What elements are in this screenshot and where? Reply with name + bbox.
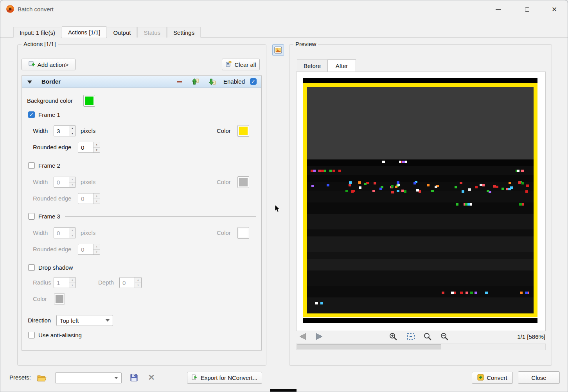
frame2-color-fill — [239, 178, 248, 186]
drop-shadow-checkbox[interactable] — [28, 264, 35, 271]
frame2-label: Frame 2 — [38, 162, 60, 169]
add-action-button[interactable]: Add action> — [22, 59, 75, 70]
frame1-color-swatch[interactable] — [237, 125, 249, 137]
tab-input[interactable]: Input: 1 file(s) — [13, 27, 61, 38]
preview-image-content — [307, 87, 534, 313]
frame2-color-swatch[interactable] — [237, 176, 249, 188]
frame3-checkbox[interactable] — [28, 213, 35, 220]
toggle-preview-button[interactable] — [272, 44, 284, 56]
spin-down-icon[interactable]: ▼ — [69, 283, 75, 288]
tab-before[interactable]: Before — [297, 59, 327, 72]
spin-up-icon[interactable]: ▲ — [69, 177, 75, 183]
shadow-color-swatch[interactable] — [54, 294, 65, 304]
scrollbar-thumb[interactable] — [297, 344, 441, 349]
direction-combobox[interactable]: Top left — [56, 315, 113, 326]
tab-output[interactable]: Output — [107, 27, 137, 38]
tab-settings[interactable]: Settings — [167, 27, 201, 38]
frame3-color-fill — [239, 229, 248, 237]
clear-all-button[interactable]: Clear all — [222, 59, 260, 70]
radius-input[interactable] — [54, 277, 69, 288]
close-button[interactable]: ✕ — [548, 4, 561, 15]
export-nconvert-button[interactable]: Export for NConvert... — [187, 372, 262, 384]
delete-preset-icon[interactable]: ✕ — [147, 373, 156, 382]
frame1-width-input[interactable] — [54, 126, 69, 136]
frame3-rounded-input[interactable] — [78, 244, 93, 254]
close-dialog-button[interactable]: Close — [518, 371, 560, 384]
tab-actions[interactable]: Actions [1/1] — [62, 26, 107, 38]
spin-down-icon[interactable]: ▼ — [135, 283, 141, 288]
frame1-checkbox[interactable]: ✓ — [28, 111, 35, 118]
tab-status[interactable]: Status — [137, 27, 167, 38]
spin-up-icon[interactable]: ▲ — [93, 142, 100, 148]
spin-down-icon[interactable]: ▼ — [93, 148, 100, 153]
tab-output-label: Output — [113, 29, 131, 36]
taskbar-peek-strip — [270, 389, 297, 392]
zoom-actual-size-icon[interactable] — [423, 332, 432, 341]
move-down-icon[interactable] — [209, 78, 216, 86]
preview-group-title: Preview — [293, 41, 318, 47]
maximize-button[interactable] — [521, 4, 533, 15]
spin-down-icon[interactable]: ▼ — [69, 183, 75, 188]
background-color-swatch[interactable] — [83, 95, 95, 107]
collapse-arrow-icon[interactable] — [27, 81, 32, 84]
frame2-pixels-label: pixels — [81, 179, 95, 185]
frame3-rounded-spinner[interactable]: ▲▼ — [78, 244, 100, 255]
frame2-separator — [65, 166, 256, 166]
add-action-label: Add action> — [38, 61, 69, 68]
save-preset-icon[interactable] — [129, 373, 138, 382]
next-image-icon[interactable] — [315, 331, 325, 342]
frame1-rounded-spinner[interactable]: ▲▼ — [78, 142, 100, 153]
clear-all-icon — [225, 61, 232, 68]
preview-canvas — [296, 72, 546, 331]
preview-horizontal-scrollbar[interactable] — [296, 344, 546, 350]
spin-up-icon[interactable]: ▲ — [69, 228, 75, 233]
enabled-checkbox[interactable]: ✓ — [250, 78, 257, 85]
frame2-checkbox[interactable] — [28, 162, 35, 169]
spin-up-icon[interactable]: ▲ — [135, 277, 141, 283]
radius-spinner[interactable]: ▲▼ — [54, 277, 76, 288]
frame3-width-input[interactable] — [54, 228, 69, 238]
minimize-button[interactable] — [492, 4, 504, 15]
spin-down-icon[interactable]: ▼ — [69, 131, 75, 136]
frame2-width-input[interactable] — [54, 177, 69, 187]
add-action-icon — [29, 61, 35, 68]
background-color-label: Background color — [27, 97, 73, 104]
border-action-header: Border Enabled ✓ — [22, 76, 261, 88]
spin-up-icon[interactable]: ▲ — [69, 126, 75, 131]
frame3-pixels-label: pixels — [81, 229, 95, 236]
frame2-width-spinner[interactable]: ▲▼ — [54, 177, 76, 188]
zoom-in-icon[interactable] — [389, 332, 397, 341]
spin-up-icon[interactable]: ▲ — [69, 277, 75, 283]
previous-image-icon[interactable] — [297, 331, 307, 342]
convert-button[interactable]: Convert — [472, 372, 513, 384]
zoom-out-icon[interactable] — [440, 332, 449, 341]
drop-shadow-label: Drop shadow — [38, 264, 73, 271]
frame3-width-spinner[interactable]: ▲▼ — [54, 227, 76, 238]
preset-combobox[interactable] — [55, 372, 122, 383]
depth-input[interactable] — [120, 277, 135, 288]
remove-action-icon[interactable] — [177, 81, 182, 82]
tab-after[interactable]: After — [327, 59, 356, 72]
depth-spinner[interactable]: ▲▼ — [119, 277, 142, 288]
move-up-icon[interactable] — [192, 78, 200, 86]
batch-convert-window: Batch convert ✕ Input: 1 file(s) Actions… — [0, 0, 568, 392]
frame1-rounded-input[interactable] — [78, 142, 93, 152]
main-tabbar: Input: 1 file(s) Actions [1/1] Output St… — [13, 26, 201, 38]
frame1-width-spinner[interactable]: ▲▼ — [54, 125, 76, 136]
tab-actions-label: Actions [1/1] — [68, 29, 101, 36]
spin-down-icon[interactable]: ▼ — [93, 199, 100, 204]
frame2-rounded-spinner[interactable]: ▲▼ — [78, 193, 100, 204]
frame2-rounded-label: Rounded edge — [33, 195, 71, 202]
spin-up-icon[interactable]: ▲ — [93, 193, 100, 199]
spin-up-icon[interactable]: ▲ — [93, 244, 100, 250]
frame3-color-swatch[interactable] — [237, 227, 249, 239]
fit-to-window-icon[interactable] — [406, 332, 415, 341]
frame2-width-label: Width — [33, 179, 48, 185]
open-preset-folder-icon[interactable] — [37, 373, 47, 383]
spin-down-icon[interactable]: ▼ — [69, 233, 75, 238]
frame2-rounded-input[interactable] — [78, 193, 93, 204]
depth-label: Depth — [98, 279, 114, 286]
antialiasing-checkbox[interactable] — [28, 332, 35, 338]
close-dialog-label: Close — [531, 374, 546, 381]
spin-down-icon[interactable]: ▼ — [93, 250, 100, 255]
